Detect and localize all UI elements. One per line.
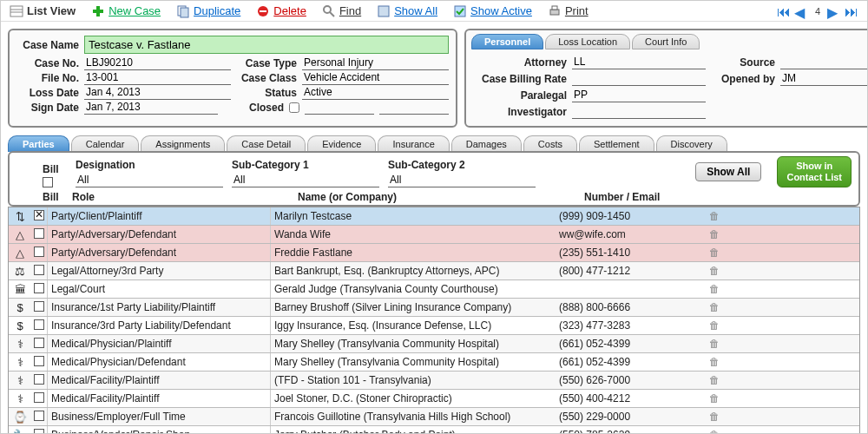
table-row[interactable]: ⚕Medical/Physician/DefendantMary Shelley… — [9, 353, 859, 372]
row-bill-checkbox[interactable] — [31, 356, 47, 369]
row-bill-checkbox[interactable] — [31, 210, 47, 223]
trash-icon[interactable]: 🗑 — [705, 374, 724, 386]
case-class-input[interactable] — [302, 70, 449, 85]
filter-designation-input[interactable] — [76, 173, 223, 187]
nav-first-icon[interactable]: ⏮ — [777, 4, 791, 18]
row-contact: (800) 477-1212 — [556, 265, 705, 277]
tab-calendar[interactable]: Calendar — [71, 135, 140, 152]
file-no-input[interactable] — [84, 70, 231, 85]
case-no-input[interactable] — [84, 56, 231, 70]
table-row[interactable]: $Insurance/1st Party Liability/Plaintiff… — [9, 299, 859, 317]
toolbar: List View New Case Duplicate Delete Find… — [1, 1, 867, 22]
paralegal-input[interactable] — [572, 88, 706, 102]
tab-parties[interactable]: Parties — [8, 135, 69, 152]
row-bill-checkbox[interactable] — [31, 265, 47, 278]
table-row[interactable]: ⚕Medical/Facility/PlaintiffJoel Stoner, … — [9, 390, 859, 408]
duplicate-button[interactable]: Duplicate — [176, 4, 240, 18]
tab-case-detail[interactable]: Case Detail — [227, 135, 306, 152]
trash-icon[interactable]: 🗑 — [705, 228, 724, 240]
tab-loss-location[interactable]: Loss Location — [545, 34, 630, 49]
record-navigator: ⏮ ◀ 4 ▶ ⏭ — [777, 4, 858, 18]
new-case-button[interactable]: New Case — [91, 4, 161, 18]
row-type-icon: ⚕ — [9, 392, 31, 405]
show-in-contact-list-button[interactable]: Show inContact List — [777, 156, 852, 187]
row-bill-checkbox[interactable] — [31, 228, 47, 241]
row-bill-checkbox[interactable] — [31, 247, 47, 260]
closed-checkbox[interactable] — [289, 102, 299, 113]
tab-costs[interactable]: Costs — [523, 135, 577, 152]
row-contact: (550) 400-4212 — [556, 392, 705, 404]
row-role: Party/Client/Plaintiff — [47, 207, 271, 225]
table-row[interactable]: △Party/Adversary/DefendantWanda Wifeww@w… — [9, 226, 859, 244]
trash-icon[interactable]: 🗑 — [705, 319, 724, 332]
nav-prev-icon[interactable]: ◀ — [794, 4, 808, 18]
filter-sub2-input[interactable] — [388, 173, 536, 187]
trash-icon[interactable]: 🗑 — [705, 429, 724, 434]
trash-icon[interactable]: 🗑 — [705, 392, 724, 404]
trash-icon[interactable]: 🗑 — [705, 265, 724, 277]
billing-rate-input[interactable] — [572, 71, 706, 86]
tab-evidence[interactable]: Evidence — [307, 135, 376, 152]
row-bill-checkbox[interactable] — [31, 429, 47, 434]
row-bill-checkbox[interactable] — [31, 338, 47, 351]
table-row[interactable]: ⇅Party/Client/PlaintiffMarilyn Testcase(… — [9, 207, 859, 226]
table-row[interactable]: ⌚Business/Employer/Full TimeFrancois Gui… — [9, 408, 859, 426]
row-bill-checkbox[interactable] — [31, 374, 47, 387]
sign-date-input[interactable] — [84, 100, 218, 115]
table-row[interactable]: $Insurance/3rd Party Liability/Defendant… — [9, 317, 859, 335]
case-name-input[interactable] — [84, 36, 449, 54]
trash-icon[interactable]: 🗑 — [705, 356, 724, 368]
source-input[interactable] — [780, 55, 868, 69]
case-type-input[interactable] — [302, 56, 449, 70]
row-bill-checkbox[interactable] — [31, 392, 47, 405]
investigator-input[interactable] — [572, 104, 706, 119]
row-role: Insurance/1st Party Liability/Plaintiff — [47, 299, 271, 316]
print-button[interactable]: Print — [548, 4, 589, 18]
filter-sub1-input[interactable] — [232, 173, 379, 187]
row-contact: (550) 626-7000 — [556, 374, 705, 386]
table-row[interactable]: △Party/Adversary/DefendantFreddie Fastla… — [9, 244, 859, 262]
find-button[interactable]: Find — [322, 4, 361, 18]
trash-icon[interactable]: 🗑 — [705, 210, 724, 222]
show-all-button[interactable]: Show All — [377, 4, 437, 18]
status-input[interactable] — [302, 85, 449, 100]
source-label: Source — [714, 56, 775, 69]
row-bill-checkbox[interactable] — [31, 319, 47, 332]
delete-label: Delete — [273, 4, 306, 17]
tab-personnel[interactable]: Personnel — [471, 34, 543, 49]
table-row[interactable]: ⚕Medical/Physician/PlaintiffMary Shelley… — [9, 335, 859, 353]
table-row[interactable]: 🔧Business/Vendor/Repair ShopJerry Butche… — [9, 426, 859, 434]
trash-icon[interactable]: 🗑 — [705, 301, 724, 313]
filter-show-all-button[interactable]: Show All — [695, 162, 761, 181]
tab-damages[interactable]: Damages — [451, 135, 522, 152]
opened-by-input[interactable] — [780, 71, 868, 86]
delete-button[interactable]: Delete — [256, 4, 306, 18]
find-label: Find — [339, 4, 361, 17]
tab-insurance[interactable]: Insurance — [378, 135, 449, 152]
trash-icon[interactable]: 🗑 — [705, 411, 724, 423]
closed-date-input[interactable] — [305, 100, 374, 115]
row-type-icon: ⌚ — [9, 411, 31, 424]
tab-court-info[interactable]: Court Info — [632, 34, 700, 49]
duplicate-icon — [176, 4, 190, 18]
table-row[interactable]: ⚕Medical/Facility/Plaintiff(TFD - Statio… — [9, 372, 859, 390]
trash-icon[interactable]: 🗑 — [705, 247, 724, 259]
trash-icon[interactable]: 🗑 — [705, 338, 724, 350]
row-bill-checkbox[interactable] — [31, 283, 47, 296]
attorney-input[interactable] — [572, 55, 706, 69]
table-row[interactable]: 🏛Legal/CourtGerald Judge (Transylvania C… — [9, 280, 859, 299]
row-bill-checkbox[interactable] — [31, 411, 47, 424]
show-active-button[interactable]: Show Active — [453, 4, 532, 18]
loss-date-input[interactable] — [84, 85, 231, 100]
nav-next-icon[interactable]: ▶ — [827, 4, 841, 18]
tab-settlement[interactable]: Settlement — [579, 135, 654, 152]
tab-discovery[interactable]: Discovery — [656, 135, 727, 152]
closed-extra-input[interactable] — [379, 100, 449, 115]
table-row[interactable]: ⚖Legal/Attorney/3rd PartyBart Bankrupt, … — [9, 262, 859, 280]
trash-icon[interactable]: 🗑 — [705, 283, 724, 295]
list-view-button[interactable]: List View — [10, 4, 76, 18]
nav-last-icon[interactable]: ⏭ — [845, 4, 858, 18]
tab-assignments[interactable]: Assignments — [141, 135, 225, 152]
filter-bill-checkbox[interactable] — [43, 177, 53, 187]
row-bill-checkbox[interactable] — [31, 301, 47, 314]
